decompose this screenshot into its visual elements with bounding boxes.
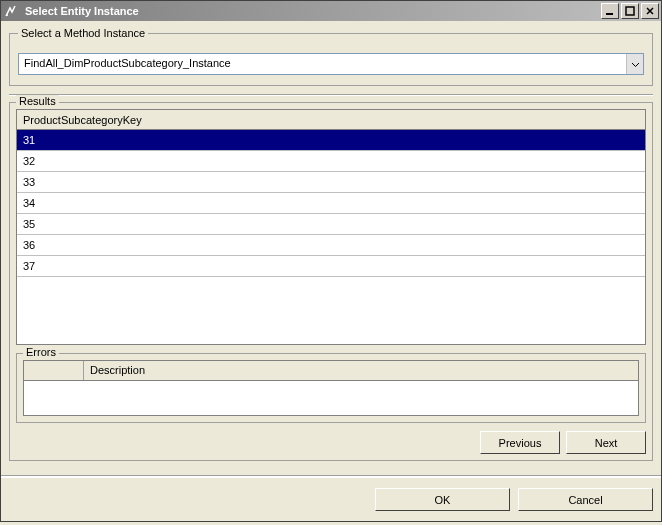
next-button[interactable]: Next (566, 431, 646, 454)
window-title: Select Entity Instance (23, 5, 599, 17)
table-row[interactable]: 33 (17, 172, 645, 193)
ok-button[interactable]: OK (375, 488, 510, 511)
errors-col-blank (24, 361, 84, 380)
table-row[interactable]: 31 (17, 130, 645, 151)
method-instance-group: Select a Method Instance FindAll_DimProd… (9, 27, 653, 86)
cell-value: 31 (23, 134, 35, 146)
cancel-button[interactable]: Cancel (518, 488, 653, 511)
cell-value: 37 (23, 260, 35, 272)
method-instance-dropdown[interactable]: FindAll_DimProductSubcategory_Instance (18, 53, 644, 75)
minimize-button[interactable] (601, 3, 619, 19)
table-row[interactable]: 35 (17, 214, 645, 235)
dialog-window: Select Entity Instance Select a Method I… (0, 0, 662, 522)
table-row[interactable]: 36 (17, 235, 645, 256)
results-label: Results (16, 95, 59, 107)
results-grid: ProductSubcategoryKey 31323334353637 (16, 109, 646, 345)
cell-value: 32 (23, 155, 35, 167)
close-button[interactable] (641, 3, 659, 19)
errors-grid: Description (23, 360, 639, 416)
errors-label: Errors (23, 346, 59, 358)
maximize-button[interactable] (621, 3, 639, 19)
titlebar: Select Entity Instance (1, 1, 661, 21)
app-icon (3, 3, 19, 19)
column-header-text: ProductSubcategoryKey (23, 114, 142, 126)
results-column-header[interactable]: ProductSubcategoryKey (17, 110, 645, 130)
cell-value: 36 (23, 239, 35, 251)
cell-value: 33 (23, 176, 35, 188)
table-row[interactable]: 37 (17, 256, 645, 277)
cell-value: 34 (23, 197, 35, 209)
errors-description-text: Description (90, 364, 145, 376)
errors-col-description[interactable]: Description (84, 361, 638, 380)
divider (9, 94, 653, 96)
errors-group: Errors Description (16, 353, 646, 423)
dialog-footer: OK Cancel (1, 477, 661, 521)
svg-rect-1 (606, 13, 613, 15)
method-instance-value: FindAll_DimProductSubcategory_Instance (19, 54, 626, 74)
method-instance-legend: Select a Method Instance (18, 27, 148, 39)
chevron-down-icon[interactable] (626, 54, 643, 74)
cell-value: 35 (23, 218, 35, 230)
table-row[interactable]: 34 (17, 193, 645, 214)
results-group: Results ProductSubcategoryKey 3132333435… (9, 102, 653, 461)
table-row[interactable]: 32 (17, 151, 645, 172)
svg-point-0 (6, 14, 8, 16)
svg-rect-2 (626, 7, 634, 15)
previous-button[interactable]: Previous (480, 431, 560, 454)
